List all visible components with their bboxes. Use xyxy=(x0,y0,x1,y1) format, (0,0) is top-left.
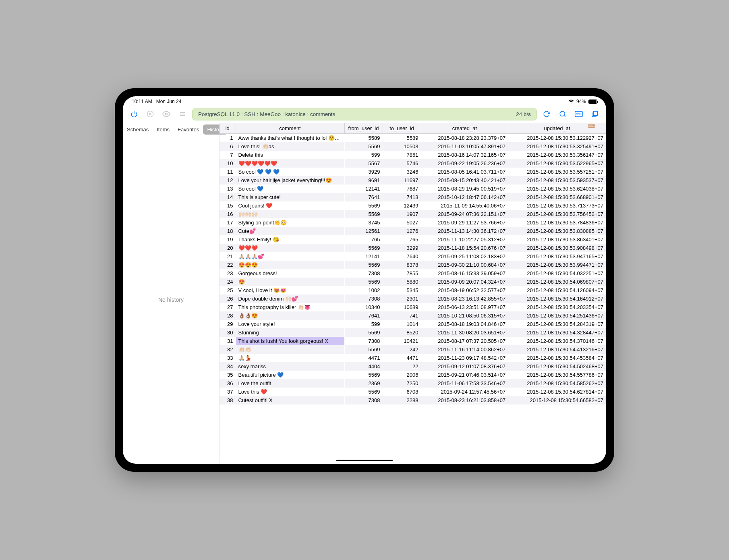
cell[interactable]: 2015-12-08 15:30:53.994471+07 xyxy=(508,261,606,269)
cell[interactable]: 2015-12-08 15:30:54.370146+07 xyxy=(508,337,606,345)
table-row[interactable]: 21🙏🏼🙏🏼🙏🏼💕1214176402015-09-25 11:08:02.18… xyxy=(220,252,606,261)
cell[interactable]: Dope double denim 🙌🏻💕 xyxy=(236,295,344,303)
cell[interactable]: 20 xyxy=(220,244,236,252)
data-table-wrap[interactable]: ⌨︎ idcommentfrom_user_idto_user_idcreate… xyxy=(220,123,606,464)
cell[interactable]: 10340 xyxy=(344,303,383,311)
cell[interactable]: This shot is lush! You look gorgeous! X xyxy=(236,337,344,345)
cell[interactable]: 7851 xyxy=(383,151,421,159)
tab-schemas[interactable]: Schemas xyxy=(123,124,153,135)
cell[interactable]: 2015-12-08 15:30:53.713773+07 xyxy=(508,201,606,210)
table-row[interactable]: 22😍😍😍556983782015-09-30 21:10:00.684+072… xyxy=(220,261,606,269)
cell[interactable]: 2015-10-12 18:47:06.142+07 xyxy=(421,193,508,201)
list-icon[interactable] xyxy=(176,108,189,120)
cell[interactable]: 36 xyxy=(220,379,236,388)
cell[interactable]: 765 xyxy=(383,235,421,244)
cell[interactable]: 1014 xyxy=(383,320,421,328)
cell[interactable]: 242 xyxy=(383,345,421,354)
cell[interactable]: 2015-11-03 10:05:47.891+07 xyxy=(421,142,508,151)
cell[interactable]: 2015-12-08 15:30:54.585262+07 xyxy=(508,379,606,388)
cell[interactable]: 2015-08-16 15:33:39.059+07 xyxy=(421,269,508,278)
cell[interactable]: 2015-12-08 15:30:53.908498+07 xyxy=(508,244,606,252)
cell[interactable]: 35 xyxy=(220,371,236,379)
cell[interactable]: Love the outfit xyxy=(236,379,344,388)
cell[interactable]: 2015-08-29 19:45:00.519+07 xyxy=(421,185,508,193)
cell[interactable]: 2015-12-08 15:30:54.069807+07 xyxy=(508,278,606,286)
cell[interactable]: 11 xyxy=(220,168,236,176)
cell[interactable]: 5589 xyxy=(383,134,421,143)
cell[interactable]: 27 xyxy=(220,303,236,311)
cell[interactable]: Aww thanks that's what I thought to lol … xyxy=(236,134,344,143)
cell[interactable]: So cool 💙 💙 💙 xyxy=(236,168,344,176)
cell[interactable]: 7640 xyxy=(383,252,421,261)
cell[interactable]: 7855 xyxy=(383,269,421,278)
table-row[interactable]: 18Cute💕1256112762015-11-13 14:30:36.172+… xyxy=(220,227,606,235)
cell[interactable]: 8520 xyxy=(383,328,421,337)
data-table[interactable]: idcommentfrom_user_idto_user_idcreated_a… xyxy=(220,123,606,404)
cell[interactable]: 😍😍😍 xyxy=(236,261,344,269)
cell[interactable]: 2015-11-09 14:55:40.06+07 xyxy=(421,201,508,210)
cell[interactable]: Styling on point👏😳 xyxy=(236,218,344,227)
cell[interactable]: 2015-12-08 15:30:53.830885+07 xyxy=(508,227,606,235)
tab-items[interactable]: Items xyxy=(153,124,174,135)
cell[interactable]: 5569 xyxy=(344,142,383,151)
cell[interactable]: 1 xyxy=(220,134,236,143)
col-created_at[interactable]: created_at xyxy=(421,123,508,134)
cell[interactable]: 2015-11-23 09:17:48.542+07 xyxy=(421,354,508,362)
cell[interactable]: 2015-12-08 15:30:54.251436+07 xyxy=(508,311,606,320)
cell[interactable]: 2015-12-08 15:30:53.325491+07 xyxy=(508,142,606,151)
cell[interactable]: 2015-12-08 15:30:53.947165+07 xyxy=(508,252,606,261)
cell[interactable]: 22 xyxy=(220,261,236,269)
cell[interactable]: 2015-12-08 15:30:54.627814+07 xyxy=(508,388,606,396)
cell[interactable]: Cool jeans! ❤️ xyxy=(236,201,344,210)
cell[interactable]: 1002 xyxy=(344,286,383,295)
cell[interactable]: 2015-08-15 20:43:40.421+07 xyxy=(421,176,508,185)
col-comment[interactable]: comment xyxy=(236,123,344,134)
table-row[interactable]: 24😍556958802015-09-09 20:07:04.324+07201… xyxy=(220,278,606,286)
cell[interactable]: 28 xyxy=(220,311,236,320)
cell[interactable]: 2015-12-08 15:30:54.502468+07 xyxy=(508,362,606,371)
cell[interactable]: 2015-12-08 15:30:54.284319+07 xyxy=(508,320,606,328)
cell[interactable]: 7687 xyxy=(383,185,421,193)
cell[interactable]: Thanks Emily! 😘 xyxy=(236,235,344,244)
table-row[interactable]: 38Cutest outfit! X730822882015-08-23 16:… xyxy=(220,396,606,404)
cell[interactable]: Beautiful picture 💙 xyxy=(236,371,344,379)
cell[interactable]: So cool 💙 xyxy=(236,185,344,193)
cell[interactable]: 7308 xyxy=(344,396,383,404)
cell[interactable]: 21 xyxy=(220,252,236,261)
cell[interactable]: 2015-12-08 15:30:53.784836+07 xyxy=(508,218,606,227)
cell[interactable]: 2015-09-24 07:36:22.151+07 xyxy=(421,210,508,218)
cell[interactable]: 2015-09-29 11:27:53.766+07 xyxy=(421,218,508,227)
cell[interactable]: 2006 xyxy=(383,371,421,379)
table-row[interactable]: 1Aww thanks that's what I thought to lol… xyxy=(220,134,606,143)
cell[interactable]: 1276 xyxy=(383,227,421,235)
cell[interactable]: 19 xyxy=(220,235,236,244)
table-row[interactable]: 20❤️❤️❤️556932992015-11-18 15:54:20.676+… xyxy=(220,244,606,252)
cell[interactable]: 2015-11-30 08:20:03.651+07 xyxy=(421,328,508,337)
cell[interactable]: 31 xyxy=(220,337,236,345)
cell[interactable]: 2015-12-08 15:30:54.453584+07 xyxy=(508,354,606,362)
cell[interactable]: 599 xyxy=(344,151,383,159)
cell[interactable]: 2015-09-24 12:57:45.56+07 xyxy=(421,388,508,396)
cell[interactable]: 10689 xyxy=(383,303,421,311)
cell[interactable]: 2015-11-18 15:54:20.676+07 xyxy=(421,244,508,252)
cell[interactable]: 2015-09-30 21:10:00.684+07 xyxy=(421,261,508,269)
cell[interactable]: 24 xyxy=(220,278,236,286)
table-row[interactable]: 19Thanks Emily! 😘7657652015-11-10 22:27:… xyxy=(220,235,606,244)
cell[interactable]: 10 xyxy=(220,159,236,168)
cell[interactable]: 17 xyxy=(220,218,236,227)
cell[interactable]: 2369 xyxy=(344,379,383,388)
cell[interactable]: 🙏🏼💃 xyxy=(236,354,344,362)
col-from_user_id[interactable]: from_user_id xyxy=(344,123,383,134)
cell[interactable]: 5569 xyxy=(344,278,383,286)
table-row[interactable]: 25V cool, i love it 😻😻100253452015-08-19… xyxy=(220,286,606,295)
cell[interactable]: 4404 xyxy=(344,362,383,371)
table-row[interactable]: 34sexy mariss4404222015-09-12 01:07:08.3… xyxy=(220,362,606,371)
cell[interactable]: 2015-12-08 15:30:53.756452+07 xyxy=(508,210,606,218)
cell[interactable]: 2015-11-06 17:58:33.546+07 xyxy=(421,379,508,388)
cell[interactable]: 2015-09-22 19:05:26.236+07 xyxy=(421,159,508,168)
cell[interactable]: 3299 xyxy=(383,244,421,252)
cell[interactable]: 7 xyxy=(220,151,236,159)
table-row[interactable]: 28👌🏾👌🏾😍76417412015-10-21 08:50:06.315+07… xyxy=(220,311,606,320)
cell[interactable]: Cutest outfit! X xyxy=(236,396,344,404)
cell[interactable]: 2015-11-13 14:30:36.172+07 xyxy=(421,227,508,235)
